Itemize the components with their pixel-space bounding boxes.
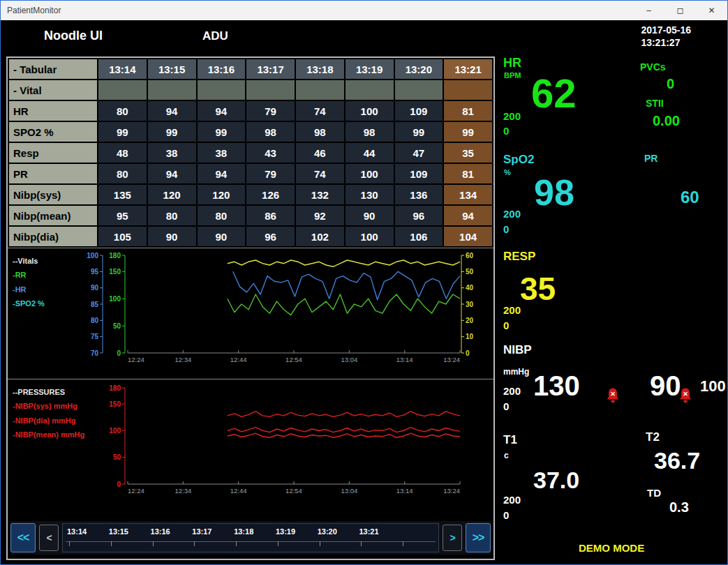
time-header-cell[interactable]: 13:21 [443,59,493,80]
t1-value: 37.0 [533,468,579,492]
timeline-track[interactable]: 13:1413:1513:1613:1713:1813:1913:2013:21 [62,523,439,552]
resp-limit-high: 200 [503,305,521,315]
hr-limit-low: 0 [503,126,509,136]
time-header-cell[interactable]: 13:20 [394,59,444,80]
step-forward-button[interactable]: > [443,525,462,551]
trend-value-cell: 81 [443,100,493,121]
vitals-trend-chart: --Vitals -RR-HR-SPO2 % 10095908580757018… [8,248,493,379]
trend-value-cell: 100 [345,226,394,247]
trend-value-cell: 100 [345,163,394,184]
trend-value-cell: 104 [443,226,493,247]
svg-text:0: 0 [117,481,121,488]
pressures-legend: --PRESSURES -NIBP(sys) mmHg-NIBP(dia) mm… [13,385,84,442]
spo2-limit-low: 0 [503,224,509,234]
fast-forward-button[interactable]: >> [466,523,491,552]
pvcs-value: 0 [667,77,674,91]
td-value: 0.3 [669,500,689,514]
svg-text:12:44: 12:44 [230,356,247,363]
app-brand[interactable]: Noodle UI [44,29,103,43]
time-header-cell[interactable]: 13:14 [98,59,147,80]
svg-text:12:34: 12:34 [174,487,191,495]
patient-monitor-window: PatientMonitor – ◻ ✕ Noodle UI ADU 2017-… [0,0,728,565]
window-title: PatientMonitor [1,6,633,15]
time-header-cell[interactable]: 13:17 [246,59,295,80]
nibp-limit-high: 200 [503,386,521,396]
trend-value-cell: 90 [197,226,246,247]
svg-text:100: 100 [109,295,121,303]
trend-value-cell: 109 [394,100,444,121]
row-label-cell: Nibp(dia) [8,226,98,247]
table-corner-cell[interactable]: - Tabular [8,59,98,80]
unit-label: ADU [202,29,228,43]
svg-text:13:04: 13:04 [341,356,357,363]
trend-value-cell: 134 [443,184,493,205]
pressures-legend-title: --PRESSURES [13,385,84,399]
trend-value-cell: 86 [246,205,295,226]
temp-limit-low: 0 [503,510,509,520]
section-label-cell[interactable]: - Vital [8,80,98,100]
trend-value-cell: 136 [394,184,444,205]
svg-text:✕: ✕ [610,391,616,398]
svg-text:70: 70 [91,349,99,357]
main-area: - Tabular13:1413:1513:1613:1713:1813:191… [1,52,727,565]
trend-value-cell: 120 [197,184,246,205]
datetime-display: 2017-05-16 13:21:27 [641,24,691,49]
svg-text:150: 150 [109,400,121,408]
resp-limit-low: 0 [503,320,509,331]
minimize-button[interactable]: – [633,1,664,20]
spo2-value: 98 [534,174,574,211]
t1-label: T1 [503,434,517,446]
trend-panel: - Tabular13:1413:1513:1613:1713:1813:191… [6,56,495,560]
svg-text:180: 180 [109,252,121,259]
pressures-trend-chart: --PRESSURES -NIBP(sys) mmHg-NIBP(dia) mm… [8,379,493,508]
vitals-chart-svg: 1009590858075701801501005006050403020100… [8,248,493,379]
svg-text:95: 95 [91,268,99,276]
fast-rewind-button[interactable]: << [10,523,36,552]
close-button[interactable]: ✕ [696,1,727,20]
svg-text:12:54: 12:54 [285,487,302,495]
trend-value-cell: 96 [394,205,444,226]
timeline-tick-label: 13:14 [63,524,105,552]
time-header-cell[interactable]: 13:19 [345,59,394,80]
trend-value-cell: 48 [98,142,147,163]
step-back-button[interactable]: < [39,525,59,551]
trend-value-cell: 94 [443,205,493,226]
trend-value-cell: 132 [295,184,345,205]
nibp-map-value: 100 [700,379,726,394]
time-header-cell[interactable]: 13:15 [147,59,197,80]
maximize-button[interactable]: ◻ [664,1,696,20]
trend-value-cell: 99 [197,121,246,142]
time-header-cell[interactable]: 13:18 [295,59,345,80]
svg-text:90: 90 [91,284,99,292]
legend-item: -SPO2 % [13,296,45,310]
svg-text:✕: ✕ [683,391,688,398]
timeline-spacer [396,524,438,552]
table-row: PR809494797410010981 [8,163,493,184]
trend-value-cell: 90 [147,226,197,247]
nibp-unit: mmHg [503,368,529,376]
trend-value-cell: 90 [345,205,394,226]
legend-item: -NIBP(dia) mmHg [13,414,84,428]
svg-text:0: 0 [117,349,121,357]
trend-value-cell: 106 [394,226,444,247]
svg-text:10: 10 [466,333,474,340]
trend-value-cell: 94 [197,100,246,121]
trend-value-cell: 38 [197,142,246,163]
row-label-cell: Nibp(sys) [8,184,98,205]
table-row: Nibp(dia)105909096102100106104 [8,226,493,247]
svg-text:12:24: 12:24 [128,356,144,363]
vitals-legend-items: -RR-HR-SPO2 % [13,268,45,310]
svg-text:100: 100 [109,427,121,435]
trend-table: - Tabular13:1413:1513:1613:1713:1813:191… [8,58,493,248]
vitals-legend-title: --Vitals [13,254,45,268]
svg-text:80: 80 [91,317,99,324]
timeline-tick-label: 13:19 [272,524,313,552]
pressures-legend-items: -NIBP(sys) mmHg-NIBP(dia) mmHg-NIBP(mean… [13,399,84,442]
trend-value-cell: 102 [295,226,345,247]
svg-text:12:44: 12:44 [230,487,247,495]
time-header-cell[interactable]: 13:16 [197,59,246,80]
trend-value-cell: 80 [98,163,147,184]
svg-text:12:34: 12:34 [174,356,191,363]
alarm-off-icon: ✕ [605,387,621,405]
time-text: 13:21:27 [641,36,691,49]
